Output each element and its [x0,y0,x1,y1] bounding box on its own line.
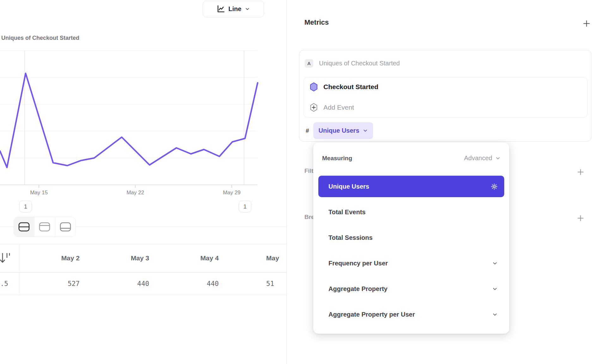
measure-selector-value: Unique Users [319,127,359,134]
sort-descending-icon [0,252,12,265]
filters-section-label: Filt [304,167,314,174]
menu-item-label: Total Sessions [328,234,373,241]
event-name: Checkout Started [323,83,378,91]
table-cell-value: 440 [159,280,228,288]
table-row-label: 0.5 [0,272,20,295]
add-event-row[interactable]: Add Event [310,103,354,112]
x-axis-label: May 29 [213,190,251,196]
panel-bottom-icon [59,221,71,232]
table-column-header[interactable]: May 2 [20,254,89,262]
table-column-header[interactable]: May 3 [89,254,159,262]
advanced-mode-selector[interactable]: Advanced [464,155,501,162]
menu-item-total-sessions[interactable]: Total Sessions [318,227,504,248]
app-root: Line Uniques of Checkout Started May 15M… [0,0,600,364]
measure-type-symbol: # [306,127,309,134]
add-metric-button[interactable] [581,18,591,28]
add-event-hexagon-icon [310,103,318,112]
table-cell-value: 51 [228,280,286,288]
annotation-badge[interactable]: 1 [239,201,251,212]
metrics-heading: Metrics [304,18,329,27]
advanced-mode-value: Advanced [464,155,492,162]
menu-item-label: Aggregate Property per User [328,311,415,318]
menu-item-aggregate-property-per-user[interactable]: Aggregate Property per User [318,304,504,325]
menu-item-frequency-per-user[interactable]: Frequency per User [318,252,504,274]
metrics-pane: Metrics A Uniques of Checkout Started Ch… [287,0,600,364]
menu-item-label: Aggregate Property [328,285,388,293]
table-cell-value: 527 [20,280,89,288]
chevron-down-icon [492,312,498,318]
menu-item-aggregate-property[interactable]: Aggregate Property [318,278,504,300]
panel-top-icon [39,221,51,232]
metric-letter-badge: A [305,59,313,68]
metric-card-title: Uniques of Checkout Started [319,60,400,67]
menu-item-total-events[interactable]: Total Events [318,201,504,223]
menu-item-label: Total Events [328,209,365,216]
metric-card: A Uniques of Checkout Started Checkout S… [299,50,591,142]
add-breakdown-button[interactable] [576,213,585,223]
table-sort-header[interactable] [0,244,20,272]
x-axis-label: May 22 [116,190,154,196]
layout-toggle-panel-split-horizontal[interactable] [14,217,34,237]
breakdowns-section-label: Bre [304,214,315,221]
series-line[interactable] [0,73,258,167]
table-column-header[interactable]: May [228,254,286,262]
chevron-down-icon [492,286,498,292]
add-event-label: Add Event [323,104,354,111]
layout-toggle-panel-top[interactable] [34,217,55,237]
layout-toggle-group [14,217,76,237]
menu-item-label: Unique Users [328,183,369,190]
x-axis-label: May 15 [20,190,58,196]
panel-split-horizontal-icon [18,221,30,232]
event-row[interactable]: Checkout Started [310,82,378,92]
gear-icon[interactable] [491,183,498,190]
chevron-down-icon [363,128,368,133]
table-cell-value: 440 [89,280,159,288]
measure-selector-pill[interactable]: Unique Users [313,122,373,139]
chevron-down-icon [492,260,498,266]
event-card: Checkout Started Add Event [303,77,588,118]
annotation-badge[interactable]: 1 [19,201,32,212]
chart-pane: Line Uniques of Checkout Started May 15M… [0,0,286,364]
line-chart[interactable] [0,0,286,190]
menu-item-label: Frequency per User [328,260,388,267]
event-hexagon-icon [310,82,318,92]
measuring-label: Measuring [322,155,352,162]
add-filter-button[interactable] [576,167,585,177]
layout-toggle-panel-bottom[interactable] [55,217,76,237]
table-column-header[interactable]: May 4 [159,254,228,262]
measuring-popover: Measuring Advanced Unique UsersTotal Eve… [313,143,509,334]
menu-item-unique-users[interactable]: Unique Users [318,176,504,197]
chevron-down-icon [495,155,501,161]
